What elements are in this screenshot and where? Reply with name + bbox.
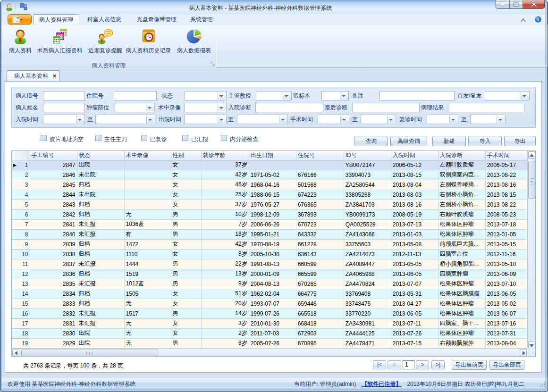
svg-text:i: i — [538, 17, 539, 22]
